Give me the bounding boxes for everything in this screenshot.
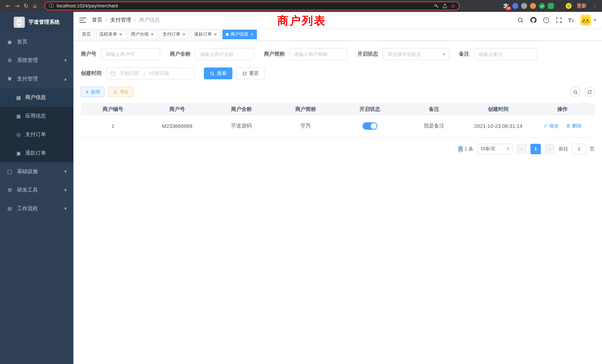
tab-pay-order[interactable]: 支付订单 × <box>159 30 189 39</box>
close-icon[interactable]: × <box>182 32 185 36</box>
chevron-down-icon: ▼ <box>64 188 67 192</box>
fullscreen-icon[interactable] <box>556 17 562 23</box>
calendar-icon <box>110 71 115 76</box>
browser-toolbar: ← → ↻ ⌂ ⓘ localhost:1024/pay/merchant ☆ … <box>0 0 602 12</box>
ext-green-check-icon[interactable] <box>539 3 545 9</box>
prev-page-icon[interactable]: ‹ <box>516 144 527 154</box>
tab-label: 支付订单 <box>162 31 180 37</box>
forward-icon[interactable]: → <box>13 1 22 10</box>
ext-blue-icon[interactable] <box>512 3 518 9</box>
github-icon[interactable] <box>530 17 537 23</box>
status-select[interactable] <box>383 48 449 60</box>
merchant-no-input[interactable] <box>101 48 160 60</box>
breadcrumb-home[interactable]: 首页 <box>92 17 102 23</box>
goto-page-input[interactable] <box>572 144 586 154</box>
page-size-select[interactable]: 10条/页 ▼ <box>477 144 513 154</box>
extensions-badge: 10 <box>506 7 511 10</box>
sidebar-item-label: 支付订单 <box>25 131 46 138</box>
page-number-1[interactable]: 1 <box>530 144 541 154</box>
help-question-icon[interactable]: ? <box>543 17 549 23</box>
sidebar-item-devtools[interactable]: ⚒ 研发工具 ▼ <box>0 181 73 199</box>
share-icon[interactable] <box>442 3 448 9</box>
search-button-label: 搜索 <box>217 70 226 77</box>
ext-gray-icon[interactable] <box>521 3 527 9</box>
close-icon[interactable]: × <box>250 32 254 36</box>
extensions-area: 10 更新 ⋮ <box>503 3 598 9</box>
app-logo[interactable]: 芋道管理系统 <box>0 12 73 33</box>
home-icon[interactable]: ⌂ <box>30 1 39 10</box>
back-icon[interactable]: ← <box>4 1 13 10</box>
export-button[interactable]: 导出 <box>108 87 133 97</box>
browser-update-button[interactable]: 更新 <box>577 3 586 9</box>
tab-merchant-info-active[interactable]: 商户信息 × <box>222 30 257 39</box>
status-toggle[interactable] <box>362 122 377 130</box>
url-text[interactable]: localhost:1024/pay/merchant <box>57 3 118 9</box>
tab-process-form[interactable]: 流程表单 × <box>96 30 126 39</box>
sidebar-item-refund-order[interactable]: ▣ 退款订单 <box>0 144 73 162</box>
total-unit: 条 <box>469 146 473 152</box>
chevron-down-icon: ▼ <box>64 170 67 173</box>
caret-down-icon: ▼ <box>593 18 596 22</box>
page-size-value: 10条/页 <box>480 146 495 152</box>
ext-dark-icon[interactable] <box>557 3 563 9</box>
close-icon[interactable]: × <box>119 32 122 36</box>
sidebar-item-infra[interactable]: □ 基础设施 ▼ <box>0 162 73 181</box>
delete-button[interactable]: 删除 <box>566 123 582 129</box>
sidebar-item-app-info[interactable]: ▦ 应用信息 <box>0 107 73 125</box>
reload-icon[interactable]: ↻ <box>22 1 30 10</box>
create-time-label: 创建时间 <box>81 70 102 77</box>
close-icon[interactable]: × <box>150 32 154 36</box>
bookmark-star-icon[interactable]: ☆ <box>451 3 455 9</box>
breadcrumb-separator: / <box>134 17 136 23</box>
sidebar-item-workflow[interactable]: ⊞ 工作流程 ▼ <box>0 199 73 218</box>
ext-green-square-icon[interactable] <box>548 3 554 9</box>
search-button[interactable]: 搜索 <box>204 67 232 79</box>
tab-refund-order[interactable]: 退款订单 × <box>191 30 220 39</box>
ext-orange-icon[interactable] <box>530 3 536 9</box>
sidebar-fold-icon[interactable] <box>79 17 86 23</box>
date-range-picker[interactable]: 开始日期 - 结束日期 <box>106 67 194 79</box>
dashboard-icon: ◉ <box>7 39 13 45</box>
user-menu[interactable]: ▼ <box>580 14 596 26</box>
reset-button[interactable]: 重置 <box>236 67 265 79</box>
kebab-menu-icon[interactable]: ⋮ <box>592 3 598 9</box>
add-button[interactable]: + 新增 <box>81 87 105 97</box>
close-icon[interactable]: × <box>214 32 217 36</box>
refresh-table-icon[interactable] <box>584 87 595 97</box>
tab-label: 商户信息 <box>231 31 248 37</box>
tab-label: 退款订单 <box>194 31 212 37</box>
tab-home[interactable]: 首页 <box>79 30 94 39</box>
ext-smiley-avatar[interactable] <box>566 3 572 9</box>
sidebar-item-label: 应用信息 <box>25 113 46 119</box>
col-header: 商户全称 <box>209 103 274 115</box>
extensions-puzzle-icon[interactable]: 10 <box>503 3 509 9</box>
breadcrumb-payment[interactable]: 支付管理 <box>110 17 131 23</box>
next-page-icon[interactable]: › <box>545 144 555 154</box>
site-info-icon[interactable]: ⓘ <box>49 3 54 9</box>
sidebar-item-system[interactable]: ⚙ 系统管理 ▼ <box>0 51 73 70</box>
col-header: 商户号 <box>145 103 209 115</box>
table-row: 1 M233666999 芋道源码 芋艿 我是备注 2021-10-23 08:… <box>81 115 595 137</box>
chevron-down-icon: ▼ <box>64 59 67 62</box>
logo-rabbit-image <box>14 17 25 28</box>
key-icon[interactable] <box>434 3 439 9</box>
sidebar-item-payment[interactable]: ¥ 支付管理 ▲ <box>0 70 73 88</box>
remark-input[interactable] <box>474 48 538 60</box>
sidebar-item-home[interactable]: ◉ 首页 <box>0 33 73 51</box>
font-size-icon[interactable]: TT <box>568 17 574 23</box>
full-name-input[interactable] <box>195 48 254 60</box>
url-bar[interactable]: ⓘ localhost:1024/pay/merchant ☆ <box>44 1 460 10</box>
chevron-down-icon: ▼ <box>64 207 67 211</box>
short-name-input[interactable] <box>289 48 348 60</box>
cell-short-name: 芋艿 <box>274 115 338 137</box>
show-search-toggle-icon[interactable] <box>570 87 580 97</box>
document-icon: ▣ <box>16 150 22 156</box>
tab-user-group[interactable]: 用户分组 × <box>128 30 157 39</box>
date-end-placeholder: 结束日期 <box>150 70 169 77</box>
header-search-icon[interactable] <box>517 17 524 23</box>
sidebar-item-merchant-info[interactable]: ▤ 商户信息 <box>0 88 73 107</box>
sidebar-item-pay-order[interactable]: ◎ 支付订单 <box>0 125 73 144</box>
total-prefix: 共 <box>458 146 463 152</box>
briefcase-icon: ⊞ <box>7 206 13 212</box>
edit-button[interactable]: 修改 <box>543 123 559 129</box>
